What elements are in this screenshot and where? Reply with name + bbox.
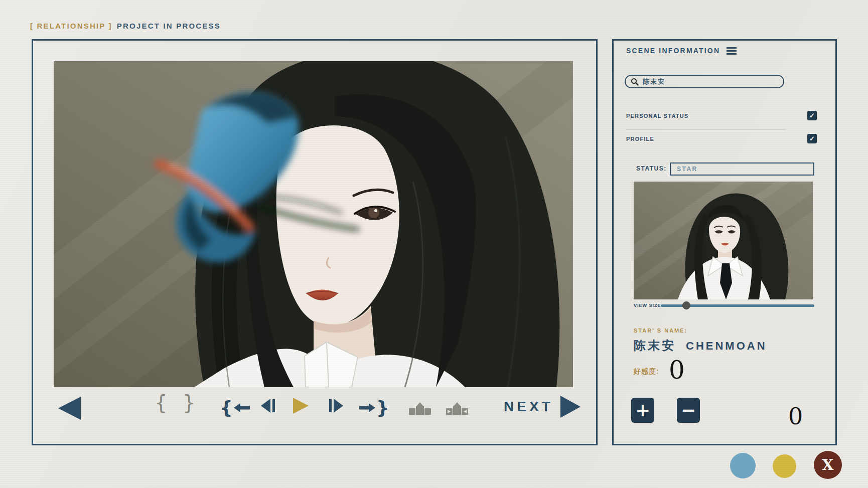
- step-back-button[interactable]: [260, 399, 276, 413]
- jump-start-brace: {: [220, 399, 233, 417]
- search-input[interactable]: [643, 78, 768, 85]
- personal-status-label: PERSONAL STATUS: [626, 113, 688, 119]
- checkmark-icon: ✓: [809, 112, 815, 119]
- favor-decrease-button[interactable]: −: [677, 398, 700, 423]
- checkmark-icon: ✓: [809, 135, 815, 142]
- scene-illustration: [54, 61, 573, 387]
- play-button[interactable]: [292, 398, 309, 414]
- page-title: PROJECT IN PROCESS: [117, 22, 221, 30]
- header-section-label: [ RELATIONSHIP ]: [30, 22, 112, 30]
- brace-close-icon[interactable]: }: [183, 393, 195, 413]
- status-field[interactable]: [670, 162, 814, 176]
- scene-info-panel: SCENE INFORMATION PERSONAL STATUS ✓ PROF…: [612, 39, 837, 445]
- close-button[interactable]: X: [814, 451, 842, 479]
- character-portrait: [634, 182, 813, 299]
- star-name-row: 陈末安 CHENMOAN: [634, 338, 767, 354]
- blocks-icon: [408, 401, 431, 416]
- favor-increase-button[interactable]: +: [631, 398, 654, 423]
- scene-viewer-frame: { } {: [32, 39, 598, 445]
- personal-status-checkbox[interactable]: ✓: [807, 111, 817, 120]
- star-name-en: CHENMOAN: [686, 340, 767, 353]
- step-forward-icon: [328, 399, 344, 413]
- panel-title-row: SCENE INFORMATION: [626, 47, 737, 55]
- view-size-label: VIEW SIZE: [634, 303, 661, 308]
- jump-end-brace: }: [376, 399, 389, 417]
- search-field[interactable]: [625, 75, 784, 88]
- play-icon: [292, 398, 309, 414]
- status-input[interactable]: [671, 166, 801, 173]
- divider: [626, 129, 786, 130]
- star-name-cn: 陈末安: [634, 338, 676, 354]
- panel-title: SCENE INFORMATION: [626, 47, 720, 55]
- search-icon: [631, 78, 639, 86]
- next-button[interactable]: NEXT: [504, 396, 581, 418]
- view-size-slider-thumb[interactable]: [682, 301, 690, 309]
- back-triangle-icon: [57, 397, 81, 420]
- blue-dot-button[interactable]: [730, 453, 756, 478]
- counter-value: 0: [788, 405, 803, 428]
- scene-blocks-alt-button[interactable]: [446, 401, 469, 416]
- jump-to-start-button[interactable]: {: [220, 399, 250, 417]
- star-name-label: STAR' S NAME:: [634, 328, 687, 334]
- back-button[interactable]: [57, 397, 81, 420]
- next-label: NEXT: [504, 399, 553, 415]
- favor-value: 0: [669, 358, 685, 383]
- step-back-icon: [260, 399, 276, 413]
- jump-to-end-button[interactable]: }: [359, 399, 389, 417]
- scene-blocks-button[interactable]: [408, 401, 431, 416]
- status-label: STATUS:: [636, 165, 667, 172]
- arrow-left-icon: [234, 402, 250, 413]
- step-forward-button[interactable]: [328, 399, 344, 413]
- blocks-arrows-icon: [446, 401, 469, 416]
- profile-label: PROFILE: [626, 136, 654, 142]
- next-triangle-icon: [560, 396, 581, 418]
- favor-label: 好感度:: [634, 367, 659, 376]
- page-header: [ RELATIONSHIP ]PROJECT IN PROCESS: [30, 22, 221, 30]
- menu-icon[interactable]: [727, 47, 737, 55]
- arrow-right-icon: [359, 402, 375, 413]
- viewer-controls: { } {: [33, 392, 596, 428]
- brace-open-icon[interactable]: {: [155, 393, 167, 413]
- yellow-dot-button[interactable]: [773, 454, 796, 478]
- app-window: [ RELATIONSHIP ]PROJECT IN PROCESS: [0, 0, 868, 488]
- profile-checkbox[interactable]: ✓: [807, 134, 817, 143]
- scene-artwork: [54, 61, 573, 387]
